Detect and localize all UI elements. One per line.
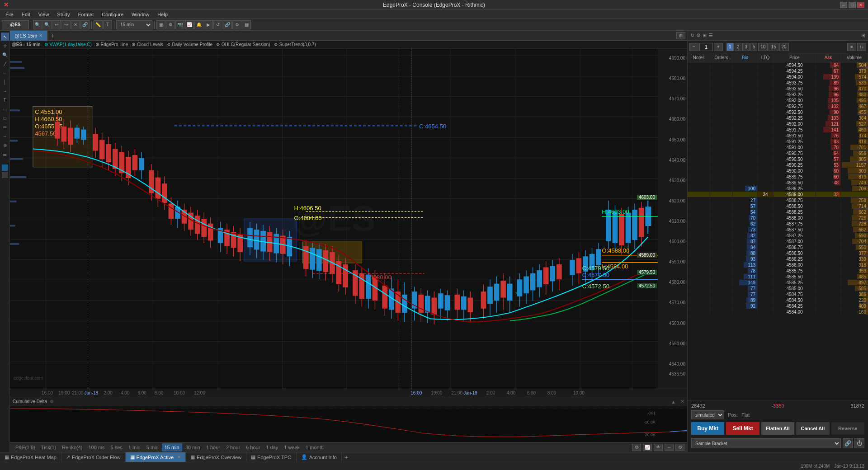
cell-price[interactable]: 4589.00 [774, 192, 816, 197]
cell-ask[interactable]: 103 [816, 115, 841, 121]
cell-bid[interactable]: 82 [733, 233, 758, 238]
cell-price[interactable]: 4594.00 [774, 74, 816, 80]
menu-file[interactable]: File [2, 10, 17, 19]
cell-bid[interactable] [733, 162, 758, 168]
cell-bid[interactable] [733, 109, 758, 115]
screenshot-button[interactable]: 📷 [175, 20, 184, 29]
bracket-power-icon[interactable]: ⏻ [854, 438, 864, 448]
cell-price[interactable]: 4592.50 [774, 109, 816, 115]
cell-price[interactable]: 4591.50 [774, 133, 816, 138]
reverse-button[interactable]: Reverse [831, 422, 864, 435]
cell-ask[interactable] [816, 221, 841, 226]
tf-6hour[interactable]: 6 hour [243, 443, 263, 451]
tf-1hour[interactable]: 1 hour [203, 443, 223, 451]
dom-row[interactable]: 4594.00 139 574 [688, 74, 868, 80]
tf-chart[interactable]: 📈 [643, 444, 652, 451]
menu-configure[interactable]: Configure [98, 10, 127, 19]
tab-active[interactable]: ▦ EdgeProX Active ✕ [126, 452, 186, 462]
cell-ask[interactable]: 96 [816, 86, 841, 91]
chart-tab-es15m[interactable]: @ES 15m ✕ [10, 31, 47, 41]
tf-1week[interactable]: 1 week [281, 443, 302, 451]
zoom-out-button[interactable]: 🔍 [33, 20, 42, 29]
chart-fullscreen-button[interactable]: ⊞ [676, 32, 685, 39]
dom-refresh-icon[interactable]: ↻ [690, 33, 694, 38]
cell-price[interactable]: 4589.50 [774, 180, 816, 185]
dom-row[interactable]: 92 4584.25 409 [688, 303, 868, 309]
tab-heatmap[interactable]: ▦ EdgeProX Heat Map [0, 452, 61, 462]
cell-ask[interactable] [816, 197, 841, 203]
cell-bid[interactable] [733, 74, 758, 80]
cell-bid[interactable] [733, 68, 758, 74]
cell-price[interactable]: 4586.00 [774, 262, 816, 268]
cell-ask[interactable]: 64 [816, 150, 841, 156]
tf-eye[interactable]: 👁 [654, 444, 663, 451]
link2-button[interactable]: 🔗 [223, 20, 232, 29]
dom-row[interactable]: 4590.25 53 1157 [688, 162, 868, 168]
cell-bid[interactable]: 54 [733, 209, 758, 215]
dom-row[interactable]: 4593.75 89 539 [688, 80, 868, 86]
cell-bid[interactable]: 57 [733, 203, 758, 209]
cell-bid[interactable]: 89 [733, 297, 758, 303]
dom-row[interactable]: 4592.00 121 527 [688, 121, 868, 127]
cell-ask[interactable]: 78 [816, 145, 841, 150]
cell-bid[interactable]: 113 [733, 262, 758, 268]
dom-row[interactable]: 82 4587.25 590 [688, 233, 868, 239]
zoom-in-button[interactable]: 🔍 [42, 20, 52, 29]
cell-ask[interactable] [816, 250, 841, 256]
cell-bid[interactable]: 27 [733, 197, 758, 203]
dom-maximize-icon[interactable]: ⊞ [861, 33, 865, 38]
tab-tpo[interactable]: ▦ EdgeProX TPO [246, 452, 297, 462]
cell-bid[interactable]: 70 [733, 215, 758, 221]
cell-ask[interactable] [816, 303, 841, 309]
settings-button[interactable]: ⚙ [166, 20, 175, 29]
cell-bid[interactable]: 73 [733, 227, 758, 232]
dom-row[interactable]: 78 4585.75 353 [688, 268, 868, 274]
cell-bid[interactable] [733, 174, 758, 179]
cell-price[interactable]: 4593.00 [774, 98, 816, 103]
cell-ask[interactable] [816, 244, 841, 250]
tf-2hour[interactable]: 2 hour [223, 443, 243, 451]
cell-bid[interactable] [733, 180, 758, 185]
cell-ask[interactable] [816, 291, 841, 297]
hline-tool[interactable]: ─ [1, 69, 9, 77]
cell-ask[interactable] [816, 268, 841, 273]
cell-bid[interactable]: 78 [733, 268, 758, 273]
add-tab-button[interactable]: + [342, 454, 351, 461]
cell-bid[interactable]: 111 [733, 274, 758, 279]
dom-row[interactable]: 4589.75 60 879 [688, 174, 868, 180]
dom-row[interactable]: 77 4585.00 585 [688, 286, 868, 291]
bottom-panel-close[interactable]: ✕ [680, 399, 684, 404]
tf-settings[interactable]: ⚙ [632, 444, 641, 451]
dom-row[interactable]: 54 4588.25 662 [688, 209, 868, 215]
symbol-input-container[interactable]: @ES [2, 20, 29, 29]
dom-row[interactable]: 4590.50 57 805 [688, 156, 868, 162]
cell-price[interactable]: 4590.25 [774, 162, 816, 168]
dom-row[interactable]: 4589.50 48 743 [688, 180, 868, 186]
cell-ask[interactable]: 53 [816, 162, 841, 168]
zoom-tool[interactable]: 🔍 [1, 51, 9, 59]
dom-row[interactable]: 4593.50 96 470 [688, 86, 868, 92]
cell-ask[interactable]: 67 [816, 68, 841, 74]
replay-button[interactable]: ▶ [204, 20, 213, 29]
cell-bid[interactable]: 77 [733, 286, 758, 291]
magnet-tool[interactable]: ⊕ [1, 141, 9, 149]
cell-bid[interactable]: 84 [733, 244, 758, 250]
dom-row[interactable]: 4592.25 103 364 [688, 115, 868, 121]
cell-ask[interactable]: 57 [816, 156, 841, 162]
bracket-link-icon[interactable]: 🔗 [843, 438, 853, 448]
cell-ask[interactable] [816, 309, 841, 315]
cell-price[interactable]: 4593.25 [774, 92, 816, 97]
cell-ask[interactable] [816, 203, 841, 209]
cumulative-delta-gear[interactable]: ⚙ [50, 399, 54, 404]
cell-price[interactable]: 4584.50 [774, 297, 816, 303]
cell-ask[interactable]: 60 [816, 168, 841, 174]
cell-price[interactable]: 4592.00 [774, 121, 816, 127]
cell-price[interactable]: 4591.00 [774, 145, 816, 150]
sync-button[interactable]: ↺ [213, 20, 222, 29]
chart-main[interactable]: @ES edgeclear.com [10, 49, 658, 389]
dom-row[interactable]: 4593.25 96 480 [688, 92, 868, 98]
cell-ask[interactable]: 89 [816, 80, 841, 85]
cursor-tool[interactable]: ↖ [1, 33, 9, 41]
cell-price[interactable]: 4587.75 [774, 221, 816, 226]
cell-price[interactable]: 4586.75 [774, 244, 816, 250]
